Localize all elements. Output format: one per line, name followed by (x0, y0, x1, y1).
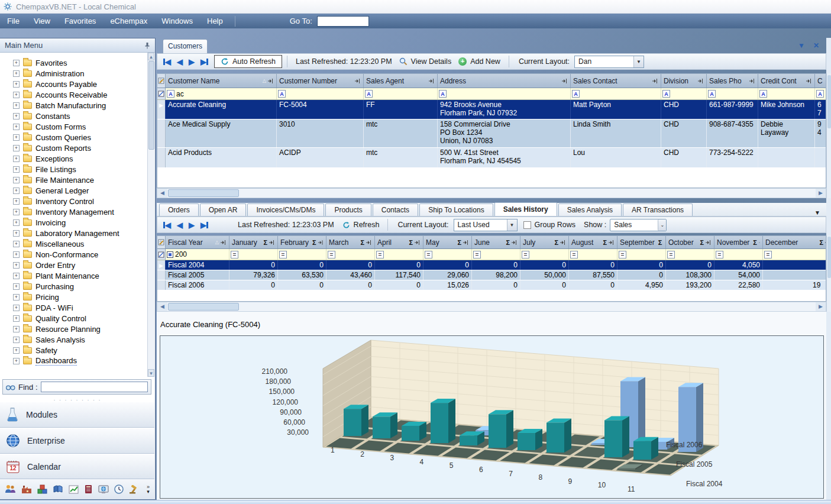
expand-icon[interactable]: + (13, 241, 20, 247)
tree-item[interactable]: + Accounts Receivable (0, 89, 147, 100)
equals-operator-icon[interactable]: = (667, 251, 675, 259)
filter-type-icon[interactable]: A (278, 90, 286, 98)
tree-item[interactable]: + Favorites (0, 57, 147, 68)
monitor-icon[interactable] (98, 485, 109, 494)
column-pin-icon[interactable] (355, 78, 361, 84)
sidebar-panel-modules[interactable]: Modules (0, 402, 154, 428)
expand-icon[interactable]: + (13, 60, 20, 66)
tab-overflow-icon[interactable]: ▼ (814, 209, 820, 216)
book-icon[interactable] (53, 485, 63, 493)
sigma-summary-icon[interactable]: Σ (658, 239, 662, 246)
sigma-summary-icon[interactable]: Σ (312, 239, 316, 246)
equals-operator-icon[interactable]: = (328, 251, 335, 259)
tree-item[interactable]: + Quality Control (0, 313, 147, 324)
column-header[interactable]: Credit Cont (758, 74, 815, 88)
detail-tab[interactable]: Contacts (373, 203, 418, 216)
equals-operator-icon[interactable]: = (522, 251, 529, 259)
column-header-month[interactable]: May Σ (423, 236, 472, 248)
sidebar-panel-enterprise[interactable]: Enterprise (0, 428, 154, 454)
expand-icon[interactable]: + (13, 177, 20, 183)
scroll-down-icon[interactable]: ▼ (148, 369, 154, 377)
filter-cell[interactable]: A (707, 88, 758, 99)
month-filter-cell[interactable]: = (375, 249, 423, 260)
fiscal-year-row[interactable]: ▶ Fiscal 2004 0 0 0 0 0 0 0 0 0 0 4,050 (157, 260, 826, 270)
month-filter-cell[interactable]: = (229, 249, 278, 260)
sigma-summary-icon[interactable]: Σ (457, 239, 461, 246)
layout-combo[interactable]: Last Used ▼ (454, 219, 518, 231)
filter-cell[interactable]: A (758, 88, 815, 99)
column-header[interactable]: C (815, 74, 826, 88)
column-pin-icon[interactable] (429, 78, 435, 84)
detail-tab[interactable]: Orders (159, 203, 199, 216)
next-record-button[interactable]: ▶ (189, 221, 195, 230)
filter-cell[interactable]: A (661, 88, 707, 99)
expand-icon[interactable]: + (13, 156, 20, 162)
group-rows-checkbox[interactable] (523, 221, 531, 229)
tree-item[interactable]: + File Listings (0, 164, 147, 175)
tree-item[interactable]: + File Maintenance (0, 175, 147, 185)
expand-icon[interactable]: + (13, 124, 20, 130)
menu-item[interactable]: Windows (154, 14, 200, 28)
detail-tab[interactable]: Products (325, 203, 371, 216)
column-header-month[interactable]: November Σ (714, 236, 763, 248)
tree-item[interactable]: + Batch Manufacturing (0, 100, 147, 111)
menu-item[interactable]: File (0, 14, 27, 28)
month-filter-cell[interactable]: = (617, 249, 666, 260)
tree-item[interactable]: + Administration (0, 68, 147, 79)
column-pin-icon[interactable] (698, 78, 704, 84)
column-pin-icon[interactable] (463, 240, 469, 245)
sales-horizontal-scrollbar[interactable]: ◀ ▶ (157, 302, 826, 312)
filter-cell[interactable]: A (277, 88, 364, 99)
tab-customers[interactable]: Customers (163, 39, 208, 53)
column-header-fiscal-year[interactable]: Fiscal Year △ (166, 236, 229, 248)
month-filter-cell[interactable]: = (423, 249, 472, 260)
tree-item[interactable]: + Laboratory Management (0, 228, 147, 238)
tree-item[interactable]: + Invoicing (0, 217, 147, 228)
combo-dropdown-icon[interactable]: ▼ (507, 219, 517, 231)
find-input[interactable] (41, 382, 148, 392)
scroll-thumb[interactable] (168, 189, 239, 197)
scroll-right-icon[interactable]: ▶ (816, 189, 826, 198)
tree-item[interactable]: + Constants (0, 111, 147, 121)
sigma-summary-icon[interactable]: Σ (819, 239, 823, 246)
filter-type-icon[interactable]: A (708, 90, 716, 98)
column-header-month[interactable]: August Σ (569, 236, 617, 248)
column-header[interactable]: Customer Name △ (166, 74, 277, 88)
filter-type-icon[interactable]: A (816, 90, 824, 98)
month-filter-cell[interactable]: = (714, 249, 763, 260)
equals-operator-icon[interactable]: = (570, 251, 578, 259)
combo-dropdown-icon[interactable]: ▼ (633, 56, 644, 67)
column-header-month[interactable]: April Σ (375, 236, 423, 248)
equals-operator-icon[interactable]: = (425, 251, 432, 259)
gavel-icon[interactable] (129, 485, 139, 494)
expand-icon[interactable]: + (13, 145, 20, 151)
clear-filter-icon[interactable] (157, 88, 166, 99)
filter-type-icon[interactable] (167, 251, 173, 258)
column-pin-icon[interactable] (221, 240, 227, 245)
pane-menu-icon[interactable]: ▼ (798, 41, 805, 50)
sales-vertical-scrollbar[interactable] (826, 235, 831, 312)
column-header-month[interactable]: March Σ (326, 236, 375, 248)
expand-icon[interactable]: + (13, 315, 20, 322)
column-pin-icon[interactable] (759, 240, 760, 245)
scroll-right-icon[interactable]: ▶ (816, 302, 826, 311)
tree-item[interactable]: + Order Entry (0, 260, 147, 270)
column-pin-icon[interactable] (318, 240, 324, 245)
column-pin-icon[interactable] (560, 240, 566, 245)
detail-tab[interactable]: Invoices/CMs/DMs (247, 203, 324, 216)
auto-refresh-button[interactable]: Auto Refresh (214, 55, 282, 68)
last-record-button[interactable]: ▶ (201, 57, 208, 66)
column-pin-icon[interactable] (652, 78, 658, 84)
chart-icon[interactable] (69, 485, 79, 494)
cubes-icon[interactable] (37, 484, 47, 494)
expand-icon[interactable]: + (13, 347, 20, 354)
month-filter-cell[interactable]: = (763, 249, 826, 260)
column-header-month[interactable]: July Σ (520, 236, 569, 248)
scroll-thumb[interactable] (148, 61, 154, 150)
column-header-month[interactable]: September Σ (617, 236, 666, 248)
column-pin-icon[interactable] (562, 78, 568, 84)
filter-type-icon[interactable]: A (167, 90, 174, 98)
expand-icon[interactable]: + (13, 326, 20, 332)
expand-icon[interactable]: + (13, 198, 20, 205)
sigma-summary-icon[interactable]: Σ (603, 239, 607, 246)
